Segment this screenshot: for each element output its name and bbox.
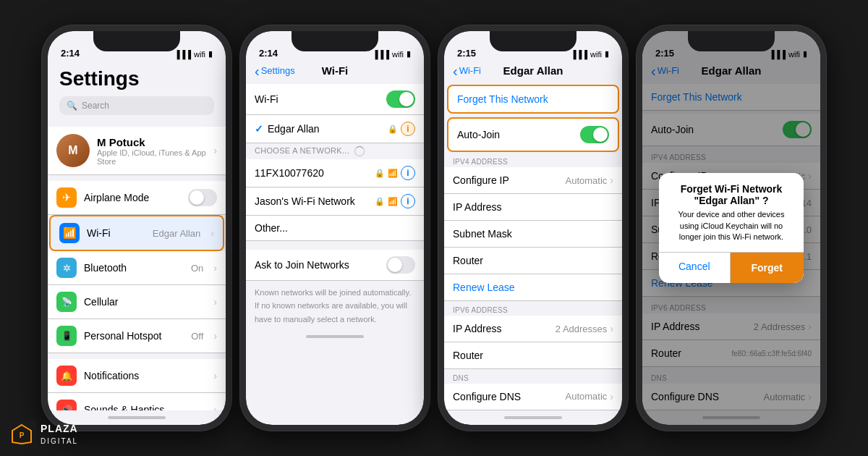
airplane-label: Airplane Mode xyxy=(84,192,181,203)
hotspot-value: Off xyxy=(191,331,203,342)
info-button[interactable]: i xyxy=(401,122,415,136)
wifi-row[interactable]: 📶 Wi-Fi Edgar Allan › xyxy=(49,215,224,251)
wifi-toggle-row[interactable]: Wi-Fi xyxy=(246,84,424,115)
forget-button[interactable]: Forget xyxy=(731,253,804,283)
search-icon: 🔍 xyxy=(67,101,77,111)
configure-ip-value: Automatic xyxy=(566,175,608,186)
network-row-2[interactable]: Jason's Wi-Fi Network 🔒 📶 i xyxy=(246,187,424,216)
phone-1: 2:14 ▐▐▐ wifi ▮ Settings 🔍 Search M xyxy=(42,25,231,431)
ipv4-header: IPV4 ADDRESS xyxy=(444,153,622,167)
lock-icon-2: 🔒 xyxy=(375,197,385,206)
status-icons-2: ▐▐▐ wifi ▮ xyxy=(373,49,411,59)
hotspot-chevron: › xyxy=(213,330,217,342)
info-btn-2[interactable]: i xyxy=(401,194,415,208)
profile-avatar: M xyxy=(56,134,90,167)
nav-back-2[interactable]: Settings xyxy=(255,64,295,78)
profile-info: M Potuck Apple ID, iCloud, iTunes & App … xyxy=(97,136,206,166)
ipv6-ip-value: 2 Addresses xyxy=(556,324,608,334)
ask-join-toggle[interactable] xyxy=(386,256,415,274)
sounds-row[interactable]: 🔊 Sounds & Haptics › xyxy=(48,393,226,410)
network-row-other[interactable]: Other... xyxy=(246,216,424,241)
forget-network-label: Forget This Network xyxy=(457,93,609,105)
status-bar-3: 2:15 ▐▐▐ wifi ▮ xyxy=(444,31,622,62)
home-indicator-3 xyxy=(444,410,622,425)
hotspot-row[interactable]: 📱 Personal Hotspot Off › xyxy=(48,319,226,353)
ask-join-row[interactable]: Ask to Join Networks xyxy=(246,250,424,281)
home-bar-1 xyxy=(108,416,166,419)
status-bar-1: 2:14 ▐▐▐ wifi ▮ xyxy=(48,31,226,62)
chevron-icon: › xyxy=(213,145,217,156)
phone-2-screen: 2:14 ▐▐▐ wifi ▮ Settings Wi-Fi Wi-Fi ✓ E… xyxy=(246,31,424,425)
phone-4: 2:15 ▐▐▐ wifi ▮ Wi-Fi Edgar Allan Forget… xyxy=(637,25,826,431)
subnet-mask-label: Subnet Mask xyxy=(453,228,613,240)
watermark: P PLAZADIGITAL xyxy=(7,420,78,449)
auto-join-toggle[interactable] xyxy=(580,126,609,143)
phones-container: 2:14 ▐▐▐ wifi ▮ Settings 🔍 Search M xyxy=(35,18,833,438)
ip-address-label: IP Address xyxy=(453,201,613,213)
auto-join-row[interactable]: Auto-Join xyxy=(447,117,619,152)
cellular-row[interactable]: 📡 Cellular › xyxy=(48,285,226,319)
dns-row[interactable]: Configure DNS Automatic › xyxy=(444,384,622,410)
network-row-1[interactable]: 11FX10077620 🔒 📶 i xyxy=(246,159,424,187)
ipv6-ip-label: IP Address xyxy=(453,323,556,334)
lock-icon-1: 🔒 xyxy=(375,169,385,178)
profile-name: M Potuck xyxy=(97,136,206,148)
notifications-row[interactable]: 🔔 Notifications › xyxy=(48,359,226,393)
cancel-button[interactable]: Cancel xyxy=(659,253,731,283)
ipv6-router-row: Router xyxy=(444,342,622,369)
airplane-mode-row[interactable]: ✈ Airplane Mode xyxy=(48,181,226,215)
ipv6-router-label: Router xyxy=(453,350,613,361)
wifi-status-icon-3: wifi xyxy=(590,50,602,59)
wifi-chevron: › xyxy=(210,227,214,239)
signal-icon: ▐▐▐ xyxy=(174,50,191,59)
settings-content: M M Potuck Apple ID, iCloud, iTunes & Ap… xyxy=(48,121,226,410)
notifications-icon: 🔔 xyxy=(56,366,77,386)
phone-3: 2:15 ▐▐▐ wifi ▮ Wi-Fi Edgar Allan Forget… xyxy=(438,25,628,431)
home-indicator-2 xyxy=(246,329,424,344)
battery-icon-3: ▮ xyxy=(605,49,609,59)
sounds-label: Sounds & Haptics xyxy=(84,404,206,410)
hotspot-label: Personal Hotspot xyxy=(84,330,184,342)
profile-row[interactable]: M M Potuck Apple ID, iCloud, iTunes & Ap… xyxy=(48,127,226,175)
configure-ip-row[interactable]: Configure IP Automatic › xyxy=(444,167,622,194)
settings-title: Settings xyxy=(59,67,214,90)
bluetooth-value: On xyxy=(191,263,203,274)
choose-network-header: CHOOSE A NETWORK... xyxy=(246,143,424,159)
airplane-toggle[interactable] xyxy=(188,189,217,206)
status-bar-2: 2:14 ▐▐▐ wifi ▮ xyxy=(246,31,424,62)
sounds-icon: 🔊 xyxy=(56,400,77,410)
plaza-logo-icon: P xyxy=(11,423,33,445)
router-row: Router xyxy=(444,248,622,274)
status-time-2: 2:14 xyxy=(259,48,278,59)
hotspot-icon: 📱 xyxy=(56,326,77,346)
info-btn-1[interactable]: i xyxy=(401,166,415,180)
configure-ip-label: Configure IP xyxy=(453,174,566,186)
wifi-status-icon-2: wifi xyxy=(392,50,404,59)
current-network-row[interactable]: ✓ Edgar Allan 🔒 i xyxy=(246,115,424,143)
bluetooth-label: Bluetooth xyxy=(84,262,184,274)
subnet-mask-row: Subnet Mask xyxy=(444,221,622,248)
battery-icon-2: ▮ xyxy=(407,49,411,59)
nav-title-2: Wi-Fi xyxy=(322,64,349,77)
home-bar-3 xyxy=(504,416,562,419)
bluetooth-row[interactable]: ✲ Bluetooth On › xyxy=(48,251,226,285)
status-time-1: 2:14 xyxy=(61,48,80,59)
svg-text:P: P xyxy=(20,431,25,439)
notifications-chevron: › xyxy=(213,370,217,381)
renew-lease-row[interactable]: Renew Lease xyxy=(444,274,622,301)
ipv6-header: IPV6 ADDRESS xyxy=(444,302,622,316)
dialog-message: Your device and other devices using iClo… xyxy=(659,209,804,251)
forget-network-row[interactable]: Forget This Network xyxy=(447,85,619,114)
cellular-icon: 📡 xyxy=(56,292,77,312)
nav-back-3[interactable]: Wi-Fi xyxy=(453,64,481,78)
ask-join-label: Ask to Join Networks xyxy=(255,259,386,271)
signal-icon-2: ▐▐▐ xyxy=(373,50,389,59)
watermark-logo: P xyxy=(7,420,36,449)
ip-address-row: IP Address xyxy=(444,194,622,221)
current-network-label: Edgar Allan xyxy=(268,123,388,135)
status-icons-1: ▐▐▐ wifi ▮ xyxy=(174,49,213,59)
wifi-toggle[interactable] xyxy=(386,90,415,108)
dialog-overlay: Forget Wi-Fi Network "Edgar Allan" ? You… xyxy=(642,31,820,425)
phone-2: 2:14 ▐▐▐ wifi ▮ Settings Wi-Fi Wi-Fi ✓ E… xyxy=(240,25,430,431)
search-bar[interactable]: 🔍 Search xyxy=(59,96,214,115)
